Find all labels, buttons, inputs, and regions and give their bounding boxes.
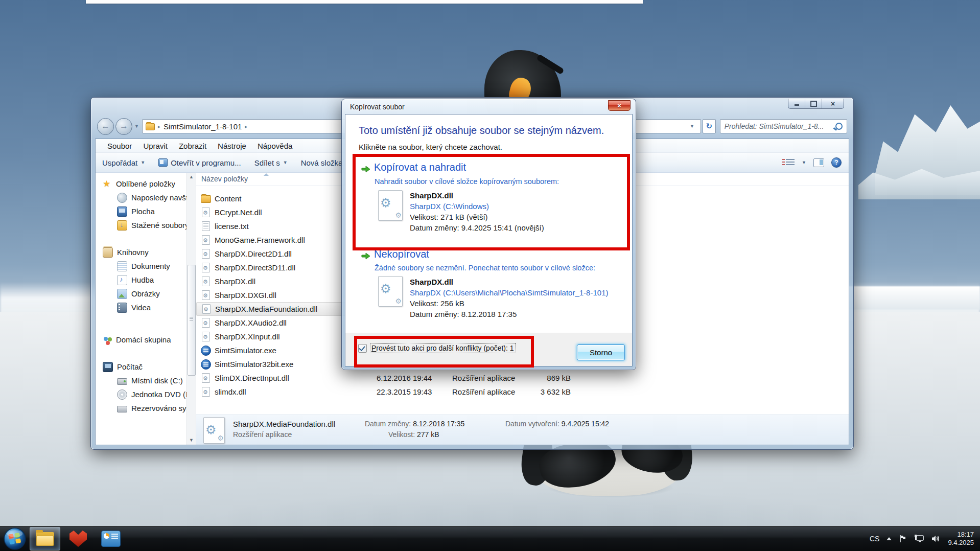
share-button[interactable]: Sdílet s▼ [248,158,294,167]
sidebar-group-libraries[interactable]: Knihovny [96,245,196,259]
search-box[interactable]: Prohledat: SimtSimulator_1-8... [720,119,847,133]
replace-file-name: SharpDX.dll [410,190,544,201]
dll-file-icon [202,208,210,217]
sidebar-item-label: Místní disk (C:) [131,376,183,385]
file-row[interactable]: slimdx.dll22.3.2015 19:43Rozšíření aplik… [196,385,849,399]
details-size-value: 277 kB [417,430,439,439]
open-with-button[interactable]: Otevřít v programu... [152,158,248,167]
start-button[interactable] [3,527,27,550]
cancel-button[interactable]: Storno [577,345,625,360]
option-skip-desc: Žádné soubory se nezmění. Ponechat tento… [375,264,595,272]
copy-file-dialog: Kopírovat soubor × Toto umístění již obs… [341,99,636,370]
maximize-button[interactable] [805,99,822,108]
navigation-pane: Oblíbené položkyNaposledy navštívenéPloc… [96,173,196,445]
file-col-modified: 6.12.2016 19:44 [377,374,432,382]
preview-pane-icon[interactable] [813,158,824,167]
change-view-icon[interactable] [786,159,795,167]
action-center-flag-icon[interactable] [899,535,907,543]
sidebar-item-label: Dokumenty [131,262,170,270]
taskbar-app-button-control[interactable] [96,527,126,550]
menu-item-zobrazit[interactable]: Zobrazit [173,142,212,150]
exe-file-icon [201,359,211,370]
sidebar-item-documents[interactable]: Dokumenty [96,259,196,273]
menu-item-soubor[interactable]: Soubor [102,142,137,150]
back-button[interactable]: ← [97,118,114,135]
network-icon[interactable] [914,535,924,543]
sidebar-item-label: Rezervováno systémem [131,404,194,412]
checkbox-checked-icon[interactable] [358,344,367,353]
sidebar-item-recent-places[interactable]: Naposledy navštívené [96,191,196,204]
taskbar-explorer-button[interactable] [30,527,60,550]
sidebar-item-dvd[interactable]: Jednotka DVD (D:) [96,387,196,401]
scroll-thumb[interactable] [188,265,196,376]
search-placeholder: Prohledat: SimtSimulator_1-8... [725,122,832,130]
address-dropdown-icon[interactable]: ▼ [690,124,694,129]
dialog-title: Kopírovat soubor [350,103,405,111]
sidebar-item-desktop[interactable]: Plocha [96,204,196,218]
refresh-button[interactable]: ↻ [703,119,716,133]
explorer-icon [36,532,54,546]
sidebar-group-computer[interactable]: Počítač [96,360,196,374]
system-app-icon [101,531,121,547]
dvd-icon [117,389,127,400]
language-indicator[interactable]: CS [870,535,879,543]
volume-icon[interactable] [931,535,941,543]
checkbox-label[interactable]: Provést tuto akci pro další konflikty (p… [370,343,515,353]
videos-icon [117,303,127,313]
menu-item-napoveda[interactable]: Nápověda [252,142,298,150]
help-icon[interactable]: ? [831,157,842,168]
file-name: SharpDX.DXGI.dll [215,291,276,300]
computer-icon [103,362,113,372]
file-name: SharpDX.Direct2D1.dll [215,249,292,258]
menu-item-nastroje[interactable]: Nástroje [212,142,252,150]
option-replace-title[interactable]: Kopírovat a nahradit [374,162,466,173]
sidebar-item-music[interactable]: Hudba [96,273,196,287]
red-app-icon [69,531,87,547]
desktop-icon [117,206,127,217]
scroll-down-icon[interactable]: ▼ [187,436,196,445]
skip-file-size: Velikost: 256 kB [410,298,608,309]
forward-button[interactable]: → [115,118,132,135]
sidebar-item-hdd-reserved[interactable]: Rezervováno systémem [96,401,196,415]
maximize-icon [810,101,817,107]
sidebar-item-label: Videa [131,303,151,312]
sidebar-item-hdd[interactable]: Místní disk (C:) [96,374,196,387]
file-col-size: 3 632 kB [520,387,571,396]
sidebar-item-pictures[interactable]: Obrázky [96,287,196,301]
scroll-up-icon[interactable]: ▲ [187,173,196,181]
pictures-icon [117,289,127,299]
dll-file-icon [202,249,210,259]
history-dropdown-icon[interactable]: ▼ [134,124,139,129]
dll-file-icon [202,318,210,328]
sort-ascending-icon [264,173,269,176]
sidebar-group-homegroup[interactable]: Domácí skupina [96,333,196,347]
apply-to-all-checkbox[interactable]: Provést tuto akci pro další konflikty (p… [358,343,515,353]
sidebar-item-videos[interactable]: Videa [96,301,196,314]
minimize-button[interactable] [788,99,805,108]
taskbar-clock[interactable]: 18:17 9.4.2025 [948,531,974,547]
option-skip-title[interactable]: Nekopírovat [374,248,429,260]
views-dropdown-icon[interactable]: ▼ [802,160,806,165]
organize-button[interactable]: Uspořádat▼ [96,158,152,167]
dialog-close-button[interactable]: × [608,100,631,111]
nav-scrollbar[interactable]: ▲ ▼ [186,173,196,445]
hdd-icon [117,378,127,385]
minimize-icon [795,104,799,106]
documents-icon [117,261,127,271]
dll-file-icon [202,304,211,314]
close-button[interactable]: × [822,99,844,108]
sidebar-group-label: Domácí skupina [116,335,171,344]
replace-file-modified: Datum změny: 9.4.2025 15:41 (novější) [410,222,544,233]
sidebar-item-downloads[interactable]: Stažené soubory [96,218,196,232]
breadcrumb-folder[interactable]: SimtSimulator_1-8-101 [164,122,242,131]
menu-item-upravit[interactable]: Upravit [137,142,173,150]
clock-time: 18:17 [948,531,974,539]
taskbar-app-button-red[interactable] [63,527,93,550]
replace-file-path: SharpDX (C:\Windows) [410,201,544,212]
file-row[interactable]: SlimDX.DirectInput.dll6.12.2016 19:44Roz… [196,371,849,385]
column-header-name[interactable]: Název položky [196,173,345,185]
desktop: × ← → ▼ ▸ SimtSimulator_1-8-101 ▸ ▼ ↻ Pr… [0,0,980,551]
show-hidden-icons-icon[interactable] [886,537,892,540]
sidebar-group-favorites-star[interactable]: Oblíbené položky [96,177,196,191]
dialog-subheading: Klikněte na soubor, který chcete zachova… [359,143,502,151]
